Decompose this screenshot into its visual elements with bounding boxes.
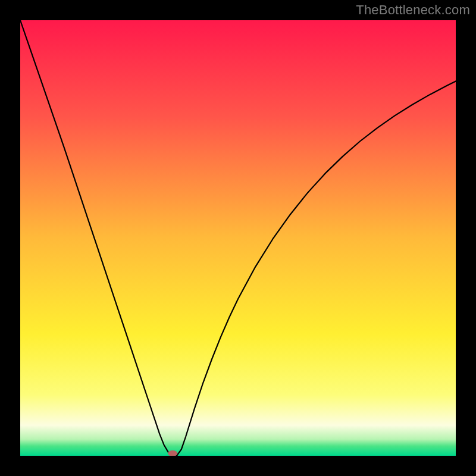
- gradient-background: [20, 20, 456, 456]
- chart-frame: { "watermark": "TheBottleneck.com", "cha…: [0, 0, 476, 476]
- watermark-text: TheBottleneck.com: [356, 2, 470, 18]
- bottleneck-chart: [20, 20, 456, 456]
